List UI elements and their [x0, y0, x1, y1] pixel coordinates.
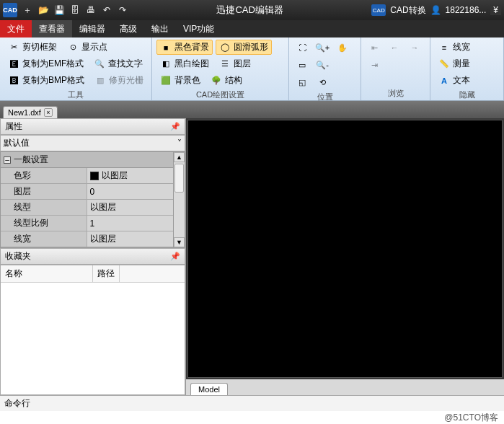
nav-last-icon: ⇥ [369, 59, 379, 71]
pin-icon[interactable]: 📌 [170, 252, 180, 261]
prop-key: 线型 [1, 200, 87, 215]
scroll-track[interactable] [174, 162, 185, 237]
scroll-down-icon[interactable]: ▼ [174, 237, 185, 247]
nav-prev-button: ← [386, 40, 403, 56]
tab-file[interactable]: 文件 [0, 20, 32, 37]
prop-row-lineweight[interactable]: 线宽 以图层 [1, 231, 173, 247]
prop-row-linetype[interactable]: 线型 以图层 [1, 200, 173, 216]
zoom-sel-icon: ◱ [297, 76, 307, 88]
properties-combo-value: 默认值 [4, 137, 30, 149]
document-tab-bar: New1.dxf × [0, 101, 504, 118]
document-tab-label: New1.dxf [8, 108, 41, 117]
favorites-col-name[interactable]: 名称 [1, 265, 93, 282]
zoom-out-button[interactable]: 🔍- [314, 57, 331, 73]
find-text-button[interactable]: 🔍查找文字 [90, 56, 146, 71]
bg-black-icon: ■ [160, 42, 172, 53]
tab-editor[interactable]: 编辑器 [72, 20, 112, 37]
zoom-reset-button[interactable]: ⟲ [314, 74, 331, 90]
favorites-col-path[interactable]: 路径 [93, 265, 120, 282]
crop-frame-button[interactable]: ✂剪切框架 [4, 40, 61, 55]
lineweight-button[interactable]: ≡线宽 [435, 40, 474, 55]
save-icon[interactable]: 💾 [53, 4, 65, 16]
scroll-up-icon[interactable]: ▲ [174, 152, 185, 162]
footer-watermark: @51CTO博客 [0, 411, 504, 424]
zoom-rect-button[interactable]: ▭ [293, 57, 311, 73]
tab-advanced[interactable]: 高级 [112, 20, 144, 37]
prop-key: 图层 [1, 184, 87, 199]
show-points-button[interactable]: ⊙显示点 [63, 40, 111, 55]
user-id-label: 1822186... [446, 5, 487, 15]
close-icon[interactable]: × [44, 108, 53, 117]
currency-button[interactable]: ¥ [490, 5, 501, 15]
smooth-arc-button[interactable]: ◯圆滑弧形 [216, 40, 272, 55]
plus-icon[interactable]: ＋ [22, 4, 33, 16]
zoom-in-button[interactable]: 🔍+ [314, 40, 331, 56]
redo-icon[interactable]: ↷ [117, 4, 128, 16]
pan-icon: ✋ [337, 42, 348, 53]
tab-output[interactable]: 输出 [144, 20, 176, 37]
save-all-icon[interactable]: 🗄 [69, 4, 81, 16]
smooth-arc-icon: ◯ [219, 42, 231, 53]
tab-viewer[interactable]: 查看器 [32, 20, 72, 37]
crop-frame-label: 剪切框架 [22, 41, 57, 53]
menu-tabs: 文件 查看器 编辑器 高级 输出 VIP功能 [0, 20, 504, 37]
prop-row-ltscale[interactable]: 线型比例 1 [1, 216, 173, 231]
group-label-hide: 隐藏 [435, 88, 499, 100]
text-style-icon: A [438, 75, 450, 87]
folder-open-icon[interactable]: 📂 [37, 4, 49, 16]
bmp-icon: 🅱 [8, 75, 19, 87]
drawing-canvas[interactable] [187, 120, 503, 378]
text-style-button[interactable]: A文本 [435, 73, 474, 88]
user-icon[interactable]: 👤 [430, 5, 441, 15]
zoom-out-icon: 🔍- [317, 59, 328, 71]
tab-vip[interactable]: VIP功能 [176, 20, 221, 37]
properties-grid: – 一般设置 色彩 以图层 图层 0 线型 以图层 [0, 151, 185, 248]
bw-draw-button[interactable]: ◧黑白绘图 [156, 56, 213, 71]
properties-panel-title: 属性 📌 [0, 118, 185, 135]
zoom-rect-icon: ▭ [297, 59, 307, 71]
ribbon-group-cad-settings: ■黑色背景 ◯圆滑弧形 ◧黑白绘图 ☰图层 🟩背景色 🌳结构 CAD绘图设置 [152, 37, 289, 100]
layers-button[interactable]: ☰图层 [216, 56, 255, 71]
ribbon-group-position: ⛶ 🔍+ ✋ ▭ 🔍- ◱ ⟲ 位置 [289, 37, 361, 100]
properties-combo[interactable]: 默认值 ˅ [0, 135, 185, 151]
prop-row-layer[interactable]: 图层 0 [1, 184, 173, 200]
pan-button[interactable]: ✋ [334, 40, 351, 56]
prop-value: 以图层 [87, 200, 174, 215]
text-style-label: 文本 [453, 74, 470, 87]
structure-icon: 🌳 [211, 75, 222, 87]
undo-icon[interactable]: ↶ [101, 4, 112, 16]
properties-scrollbar[interactable]: ▲ ▼ [173, 152, 185, 247]
properties-title-label: 属性 [5, 120, 22, 133]
bg-color-button[interactable]: 🟩背景色 [156, 73, 204, 88]
cad-convert-button[interactable]: CAD转换 [390, 4, 425, 17]
model-tab[interactable]: Model [190, 383, 228, 395]
command-line[interactable]: 命令行 [0, 395, 504, 411]
group-label-tools: 工具 [4, 88, 147, 100]
collapse-icon[interactable]: – [4, 156, 11, 164]
prop-value: 0 [87, 184, 174, 199]
canvas-area: Model [186, 118, 504, 395]
structure-button[interactable]: 🌳结构 [207, 73, 246, 88]
prop-row-color[interactable]: 色彩 以图层 [1, 168, 173, 184]
print-icon[interactable]: 🖶 [85, 4, 97, 16]
document-tab[interactable]: New1.dxf × [3, 106, 58, 118]
measure-icon: 📏 [438, 58, 450, 70]
properties-section-header[interactable]: – 一般设置 [1, 152, 173, 168]
measure-button[interactable]: 📏测量 [435, 56, 474, 71]
prop-value: 以图层 [102, 169, 128, 182]
pin-icon[interactable]: 📌 [170, 122, 180, 131]
copy-bmp-button[interactable]: 🅱复制为BMP格式 [4, 73, 88, 88]
scroll-thumb[interactable] [174, 164, 184, 193]
copy-emf-button[interactable]: 🅴复制为EMF格式 [4, 56, 87, 71]
cad-badge-icon: CAD [371, 4, 386, 16]
bg-black-button[interactable]: ■黑色背景 [156, 40, 213, 55]
zoom-sel-button[interactable]: ◱ [293, 74, 311, 90]
bgcolor-icon: 🟩 [160, 75, 172, 87]
favorites-panel-title: 收藏夹 📌 [0, 248, 185, 265]
favorites-title-label: 收藏夹 [5, 250, 31, 262]
group-label-cad: CAD绘图设置 [156, 88, 284, 100]
fit-button[interactable]: ⛶ [293, 40, 311, 56]
quick-access-toolbar: ＋ 📂 💾 🗄 🖶 ↶ ↷ [22, 4, 128, 16]
group-label-browse: 浏览 [366, 87, 425, 99]
smooth-arc-label: 圆滑弧形 [234, 41, 268, 53]
